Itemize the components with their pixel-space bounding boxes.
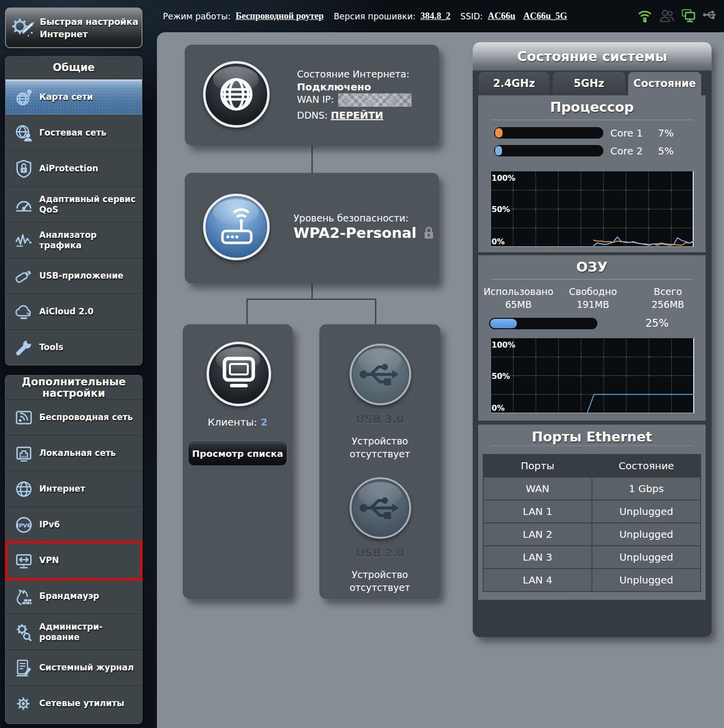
usb3-title: USB 3.0: [319, 413, 440, 426]
operation-mode-label: Режим работы:: [163, 11, 230, 21]
operation-mode-link[interactable]: Беспроводной роутер: [235, 11, 323, 21]
vpn-icon: [13, 550, 34, 571]
ram-total: Всего 256MB: [633, 285, 703, 311]
wan-ip-row: WAN IP:: [297, 93, 412, 107]
ram-used: Использовано 65MB: [482, 285, 555, 311]
firmware-label: Версия прошивки:: [334, 11, 416, 21]
view-client-list-button[interactable]: Просмотр списка: [189, 442, 287, 465]
ethernet-col-port: Порты: [484, 455, 591, 477]
firmware-version-link[interactable]: 384.8_2: [421, 11, 450, 21]
wan-ip-label: WAN IP:: [297, 94, 334, 105]
ddns-go-link[interactable]: ПЕРЕЙТИ: [331, 109, 383, 121]
wan-icon: [13, 479, 34, 500]
clients-count: 2: [261, 416, 268, 428]
sidebar-item[interactable]: Адаптивный сервис QoS: [5, 186, 142, 222]
traffic-analyzer-icon: [13, 230, 34, 251]
ethernet-row: LAN 2 Unplugged: [484, 523, 700, 545]
core1-value: 7%: [658, 127, 674, 139]
quick-setup-button[interactable]: Быстрая настройка Интернет: [5, 7, 143, 48]
sidebar-item[interactable]: Карта сети: [5, 79, 142, 115]
core2-row: Core 2 5%: [478, 145, 706, 157]
wifi-status-icon[interactable]: [637, 8, 652, 24]
ethernet-row: WAN 1 Gbps: [484, 478, 700, 500]
router-admin-page: Режим работы: Беспроводной роутер Версия…: [0, 0, 724, 728]
sidebar-item[interactable]: Системный журнал: [5, 650, 142, 685]
sidebar-item[interactable]: IPV6 IPv6: [5, 507, 142, 542]
sidebar-item[interactable]: USB-приложение: [5, 258, 142, 293]
core1-meter-fill: [495, 128, 503, 138]
ethernet-header-row: Порты Состояние: [484, 455, 700, 477]
ddns-row: DDNS: ПЕРЕЙТИ: [297, 109, 383, 121]
sidebar-item[interactable]: Администри­рование: [5, 614, 142, 650]
sidebar-item[interactable]: AiProtection: [5, 150, 142, 186]
internet-globe-icon[interactable]: [203, 61, 270, 128]
security-level-value: WPA2-Personal: [293, 224, 417, 241]
svg-text:50%: 50%: [492, 372, 510, 381]
port-name: LAN 3: [484, 546, 591, 568]
clients-card: Клиенты:2 Просмотр списка: [183, 324, 292, 599]
connector-clients: [246, 298, 248, 325]
svg-text:100%: 100%: [492, 341, 515, 350]
sidebar-item[interactable]: Локальная сеть: [5, 435, 142, 471]
router-icon[interactable]: [203, 194, 270, 260]
sidebar-item[interactable]: Tools: [5, 329, 142, 365]
qos-icon: [13, 194, 34, 215]
sidebar-item[interactable]: Анализатор трафика: [5, 222, 142, 258]
tab[interactable]: Состояние: [628, 72, 701, 95]
internet-status-card: Состояние Интернета: Подключено WAN IP: …: [185, 45, 439, 146]
port-state: 1 Gbps: [592, 478, 700, 500]
wan-ip-value-redacted: [338, 93, 412, 107]
clients-status-icon[interactable]: [659, 8, 674, 24]
core1-row: Core 1 7%: [478, 127, 706, 139]
ram-total-label: Всего: [633, 285, 703, 298]
ssid-5g-link[interactable]: AC66u_5G: [523, 11, 567, 21]
usb2-title: USB 2.0: [319, 547, 440, 559]
usb3-icon[interactable]: [350, 344, 411, 405]
ethernet-divider: [491, 445, 693, 446]
network-map-icon: [13, 87, 34, 108]
ethernet-row: LAN 1 Unplugged: [484, 501, 700, 522]
ethernet-col-state: Состояние: [592, 455, 700, 477]
ram-free: Свободно 191MB: [558, 285, 628, 311]
ethernet-title: Порты Ethernet: [478, 429, 706, 444]
clients-label: Клиенты:: [208, 416, 257, 428]
quick-setup-icon: [9, 14, 37, 42]
usb2-status: Устройство отсутствует: [334, 568, 426, 594]
clients-monitor-icon[interactable]: [207, 342, 271, 406]
ram-percent: 25%: [642, 317, 672, 329]
ram-section: ОЗУ Использовано 65MB Свободно 191MB Все…: [478, 255, 706, 421]
ipv6-icon: IPV6: [13, 514, 34, 535]
clients-count-row: Клиенты:2: [183, 416, 292, 428]
devices-status-icon[interactable]: [681, 8, 696, 24]
core2-value: 5%: [658, 145, 674, 157]
security-level-row: WPA2-Personal: [293, 224, 434, 241]
ssid-2g-link[interactable]: AC66u: [488, 11, 515, 21]
network-tools-icon: [13, 693, 34, 714]
ram-total-value: 256MB: [633, 298, 703, 311]
core2-meter: [494, 145, 603, 156]
usb-status-icon[interactable]: [703, 8, 718, 24]
svg-text:IPV6: IPV6: [17, 522, 31, 528]
admin-icon: [13, 622, 34, 643]
sidebar-item[interactable]: Беспроводная сеть: [5, 399, 142, 435]
sidebar-item[interactable]: Интернет: [5, 471, 142, 507]
usb2-icon[interactable]: [350, 477, 411, 539]
ethernet-row: LAN 4 Unplugged: [484, 569, 700, 591]
sidebar-item[interactable]: AiCloud 2.0: [5, 293, 142, 329]
port-state: Unplugged: [592, 523, 700, 545]
sidebar-item[interactable]: Гостевая сеть: [5, 115, 142, 150]
ram-title: ОЗУ: [478, 259, 706, 275]
sidebar-item[interactable]: VPN: [5, 542, 142, 578]
svg-text:0%: 0%: [492, 404, 505, 413]
sidebar-section-general: Общие Карта сети Гостевая сеть AiProtect…: [5, 56, 143, 365]
ddns-label: DDNS:: [297, 110, 328, 121]
lan-icon: [13, 443, 34, 464]
tab[interactable]: 2.4GHz: [479, 72, 549, 95]
tab[interactable]: 5GHz: [553, 72, 625, 95]
quick-setup-label: Быстрая настройка Интернет: [40, 15, 142, 40]
cpu-section: Процессор Core 1 7% Core 2 5% 100%50%0%: [478, 95, 706, 252]
sidebar-item[interactable]: Сетевые утилиты: [5, 685, 142, 721]
port-state: Unplugged: [592, 546, 700, 568]
sidebar-item[interactable]: Брандмауэр: [5, 578, 142, 614]
ram-free-label: Свободно: [558, 285, 628, 298]
